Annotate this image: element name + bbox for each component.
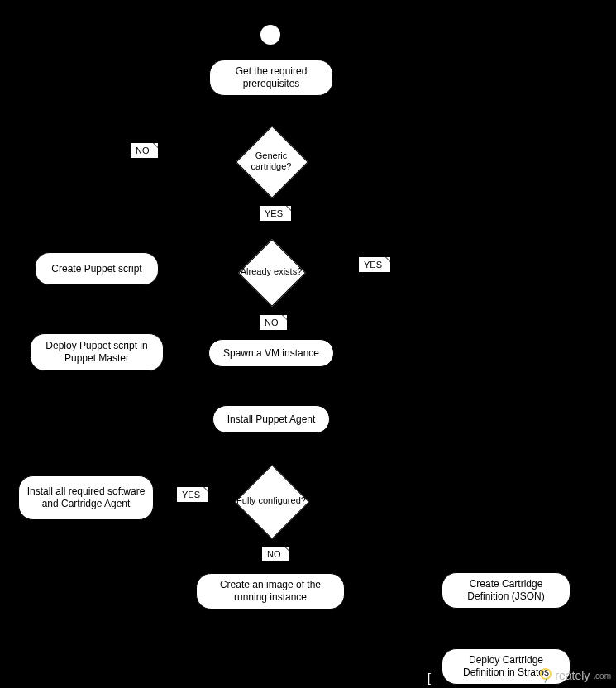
decision-label: Generic cartridge? [234, 150, 308, 172]
process-label: Get the required prerequisites [217, 65, 326, 90]
process-spawn-vm: Spawn a VM instance [208, 339, 334, 367]
label-no-generic: NO [130, 142, 159, 159]
process-label: Create Puppet script [51, 263, 141, 275]
process-create-cartridge-definition: Create Cartridge Definition (JSON) [442, 572, 571, 609]
decision-label: Fully configured? [236, 495, 306, 506]
watermark-text: reately [555, 669, 590, 682]
start-node [260, 25, 280, 45]
decision-already-exists: Already exists? [237, 238, 305, 306]
process-label: Install all required software and Cartri… [26, 485, 146, 510]
process-create-image: Create an image of the running instance [196, 573, 345, 609]
process-label: Deploy Puppet script in Puppet Master [37, 340, 156, 365]
flowchart-canvas: Get the required prerequisites Generic c… [0, 0, 616, 688]
decision-label: Already exists? [241, 266, 303, 277]
decision-fully-configured: Fully configured? [233, 463, 309, 539]
process-label: Create an image of the running instance [203, 579, 337, 604]
label-no-exists: NO [259, 314, 288, 331]
process-label: Install Puppet Agent [227, 413, 316, 426]
process-deploy-puppet-master: Deploy Puppet script in Puppet Master [30, 333, 164, 371]
process-install-all-software: Install all required software and Cartri… [18, 475, 154, 520]
bracket-glyph: [ [427, 671, 431, 685]
label-yes-exists: YES [358, 256, 391, 273]
process-install-puppet-agent: Install Puppet Agent [212, 405, 330, 433]
process-get-prerequisites: Get the required prerequisites [209, 60, 333, 96]
process-label: Spawn a VM instance [223, 347, 319, 360]
creately-logo-icon [537, 668, 552, 683]
label-yes-generic: YES [259, 205, 292, 222]
creately-watermark: reately.com [537, 668, 611, 683]
decision-generic-cartridge: Generic cartridge? [234, 124, 308, 198]
label-no-configured: NO [261, 546, 290, 562]
label-yes-configured: YES [176, 486, 209, 503]
watermark-suffix: .com [593, 671, 611, 681]
process-create-puppet-script: Create Puppet script [35, 252, 159, 285]
process-label: Create Cartridge Definition (JSON) [449, 578, 563, 603]
